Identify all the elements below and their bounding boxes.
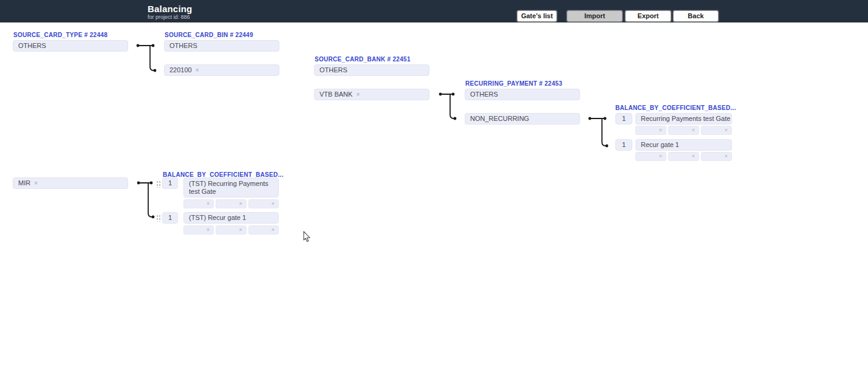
- remove-icon[interactable]: ×: [196, 67, 199, 74]
- chip-bin-others[interactable]: OTHERS: [164, 40, 279, 52]
- chip-non-recurring-label: NON_RECURRING: [470, 115, 529, 122]
- remove-icon[interactable]: ×: [659, 127, 662, 133]
- gate-chip[interactable]: (TST) Recurring Payments test Gate: [183, 177, 279, 197]
- remove-icon[interactable]: ×: [207, 201, 210, 207]
- connector-bank-to-recurring: [439, 93, 457, 120]
- connector-mir-to-balance: [137, 182, 155, 219]
- gate-slot-row: × × ×: [183, 225, 279, 235]
- gate-slot[interactable]: ×: [635, 152, 666, 161]
- node-label-recurring-payment: RECURRING_PAYMENT # 22453: [465, 80, 562, 87]
- chip-bin-others-label: OTHERS: [169, 42, 197, 49]
- gate-slot[interactable]: ×: [701, 126, 732, 135]
- remove-icon[interactable]: ×: [659, 153, 662, 159]
- remove-icon[interactable]: ×: [692, 127, 695, 133]
- remove-icon[interactable]: ×: [272, 227, 275, 233]
- gate-chip[interactable]: Recurring Payments test Gate: [635, 113, 732, 125]
- remove-icon[interactable]: ×: [272, 201, 275, 207]
- chip-recurring-others-label: OTHERS: [470, 91, 498, 98]
- drag-handle-icon[interactable]: [155, 214, 160, 222]
- remove-icon[interactable]: ×: [356, 91, 360, 98]
- chip-recurring-others[interactable]: OTHERS: [465, 89, 580, 100]
- connector-recurring-to-balance: [589, 117, 609, 148]
- gate-slot[interactable]: ×: [216, 199, 246, 208]
- gate-chip[interactable]: (TST) Recur gate 1: [183, 212, 279, 224]
- balancing-page: Balancing for project id: 886 Gate's lis…: [0, 0, 868, 367]
- gate-slot[interactable]: ×: [216, 225, 246, 235]
- gate-slot[interactable]: ×: [701, 152, 732, 161]
- gate-slot[interactable]: ×: [668, 126, 699, 135]
- coefficient-input[interactable]: 1: [615, 113, 632, 125]
- remove-icon[interactable]: ×: [725, 153, 728, 159]
- remove-icon[interactable]: ×: [692, 153, 695, 159]
- remove-icon[interactable]: ×: [239, 227, 242, 233]
- gate-chip[interactable]: Recur gate 1: [635, 139, 732, 151]
- chip-bank-vtb-label: VTB BANK: [320, 91, 352, 98]
- tree-connectors: [0, 0, 868, 367]
- chip-bank-others-label: OTHERS: [320, 66, 347, 74]
- chip-card-type-mir-label: MIR: [18, 179, 30, 187]
- gate-slot[interactable]: ×: [248, 225, 279, 235]
- chip-card-type-mir[interactable]: MIR×: [13, 177, 128, 189]
- chip-bank-others[interactable]: OTHERS: [314, 64, 429, 76]
- chip-card-type-others-label: OTHERS: [18, 42, 46, 49]
- chip-bank-vtb[interactable]: VTB BANK×: [314, 89, 429, 100]
- gate-slot-row: × × ×: [183, 199, 279, 208]
- gate-slot[interactable]: ×: [183, 225, 214, 235]
- coefficient-input[interactable]: 1: [162, 212, 178, 224]
- gate-slot[interactable]: ×: [635, 126, 666, 135]
- node-label-source-card-bank: SOURCE_CARD_BANK # 22451: [315, 56, 411, 63]
- import-button[interactable]: Import: [567, 10, 623, 22]
- coefficient-input[interactable]: 1: [615, 139, 632, 151]
- chip-bin-220100[interactable]: 220100×: [164, 64, 279, 76]
- top-bar: Balancing for project id: 886 Gate's lis…: [0, 0, 868, 22]
- gate-slot[interactable]: ×: [248, 199, 279, 208]
- remove-icon[interactable]: ×: [34, 180, 38, 187]
- coefficient-input[interactable]: 1: [162, 177, 178, 189]
- drag-handle-icon[interactable]: [155, 180, 160, 188]
- chip-bin-220100-label: 220100: [169, 66, 192, 74]
- gate-slot-row: × × ×: [635, 126, 732, 135]
- chip-card-type-others[interactable]: OTHERS: [13, 40, 128, 52]
- gate-slot[interactable]: ×: [668, 152, 699, 161]
- remove-icon[interactable]: ×: [207, 227, 210, 233]
- remove-icon[interactable]: ×: [725, 127, 728, 133]
- node-label-balance-recurring: BALANCE_BY_COEFFICIENT_BASED...: [615, 105, 736, 111]
- gates-list-button[interactable]: Gate's list: [517, 10, 557, 22]
- node-label-source-card-type: SOURCE_CARD_TYPE # 22448: [13, 32, 108, 38]
- chip-non-recurring[interactable]: NON_RECURRING: [465, 113, 580, 125]
- gate-slot[interactable]: ×: [183, 199, 214, 208]
- connector-card-type-to-bin: [137, 44, 157, 72]
- back-button[interactable]: Back: [673, 10, 719, 22]
- page-title: Balancing: [148, 4, 192, 14]
- node-label-source-card-bin: SOURCE_CARD_BIN # 22449: [165, 32, 253, 38]
- export-button[interactable]: Export: [625, 10, 671, 22]
- gate-slot-row: × × ×: [635, 152, 732, 161]
- mouse-cursor-icon: [303, 231, 313, 243]
- page-subtitle: for project id: 886: [148, 14, 190, 20]
- remove-icon[interactable]: ×: [239, 201, 242, 207]
